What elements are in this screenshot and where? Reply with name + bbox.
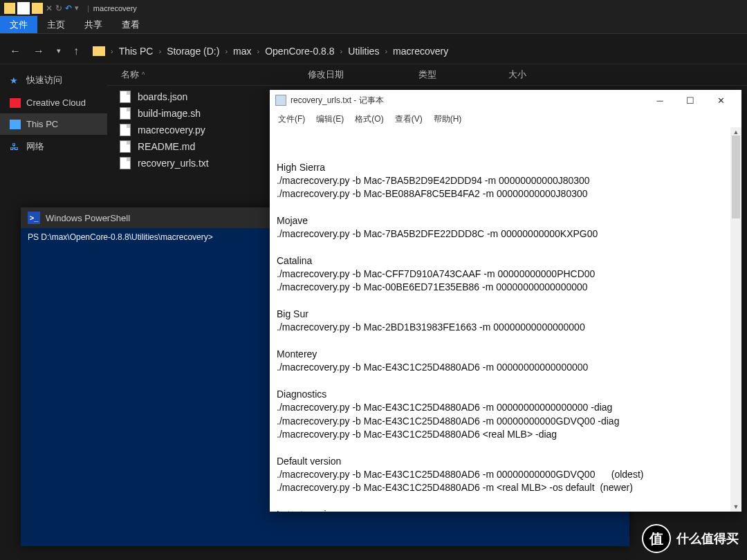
file-name: recovery_urls.txt <box>138 158 209 169</box>
sidebar-item-this-pc[interactable]: This PC <box>0 113 107 135</box>
col-size[interactable]: 大小 <box>508 68 578 81</box>
powershell-title: Windows PowerShell <box>46 213 130 223</box>
minimize-button[interactable]: ─ <box>645 91 675 110</box>
col-modified[interactable]: 修改日期 <box>308 68 418 81</box>
nav-bar: ← → ▾ ↑ › This PC › Storage (D:) › max ›… <box>0 38 747 64</box>
tab-share[interactable]: 共享 <box>75 16 112 33</box>
notepad-window[interactable]: recovery_urls.txt - 记事本 ─ ☐ ✕ 文件(F) 编辑(E… <box>270 90 741 512</box>
dropdown-icon[interactable]: ▾ <box>75 3 79 12</box>
sidebar-item-label: 网络 <box>26 140 44 153</box>
logo-circle: 值 <box>642 524 671 553</box>
folder-icon[interactable] <box>32 3 43 14</box>
crumb-opencore[interactable]: OpenCore-0.8.8 <box>262 44 337 58</box>
window-buttons: ─ ☐ ✕ <box>645 91 736 110</box>
sidebar-item-network[interactable]: 🖧网络 <box>0 135 107 158</box>
notepad-titlebar[interactable]: recovery_urls.txt - 记事本 ─ ☐ ✕ <box>270 90 741 111</box>
crumb-max[interactable]: max <box>230 44 254 58</box>
breadcrumb[interactable]: › This PC › Storage (D:) › max › OpenCor… <box>89 43 455 59</box>
undo-icon[interactable]: ↶ <box>65 3 72 13</box>
file-name: build-image.sh <box>138 108 201 119</box>
ribbon-tabs: 文件 主页 共享 查看 <box>0 16 747 34</box>
file-icon <box>120 91 131 103</box>
quick-access-toolbar: ✕ ↻ ↶ ▾ <box>0 3 83 14</box>
file-icon <box>120 157 131 169</box>
chevron-right-icon[interactable]: › <box>225 47 228 55</box>
tab-file[interactable]: 文件 <box>0 16 37 33</box>
menu-view[interactable]: 查看(V) <box>391 112 427 127</box>
network-icon: 🖧 <box>10 142 21 151</box>
menu-file[interactable]: 文件(F) <box>274 112 309 127</box>
col-type[interactable]: 类型 <box>418 68 508 81</box>
vertical-scrollbar[interactable]: ▲ ▼ <box>730 127 741 512</box>
column-headers: 名称 ^ 修改日期 类型 大小 <box>107 64 747 86</box>
tab-home[interactable]: 主页 <box>37 16 75 33</box>
col-name[interactable]: 名称 ^ <box>114 68 308 81</box>
scrollbar-thumb[interactable] <box>732 136 740 218</box>
file-icon <box>120 124 131 136</box>
up-button[interactable]: ↑ <box>71 44 82 59</box>
titlebar: ✕ ↻ ↶ ▾ | macrecovery <box>0 0 747 16</box>
crumb-macrecovery[interactable]: macrecovery <box>390 44 451 58</box>
sidebar-item-label: Creative Cloud <box>26 97 86 108</box>
chevron-right-icon[interactable]: › <box>111 47 113 55</box>
crumb-storage[interactable]: Storage (D:) <box>164 44 222 58</box>
chevron-right-icon[interactable]: › <box>340 47 343 55</box>
folder-icon[interactable] <box>4 3 15 14</box>
pc-icon <box>10 120 21 129</box>
crumb-utilities[interactable]: Utilities <box>345 44 382 58</box>
window-title: macrecovery <box>93 4 137 12</box>
file-name: macrecovery.py <box>138 124 205 136</box>
logo-text: 什么值得买 <box>676 530 739 547</box>
menu-help[interactable]: 帮助(H) <box>430 112 466 127</box>
powershell-icon: >_ <box>28 212 40 224</box>
file-name: boards.json <box>138 91 187 102</box>
notepad-title: recovery_urls.txt - 记事本 <box>290 95 384 106</box>
back-button[interactable]: ← <box>7 44 24 59</box>
selected-folder-icon[interactable] <box>18 3 29 14</box>
chevron-right-icon[interactable]: › <box>385 47 387 55</box>
sidebar-item-label: 快速访问 <box>26 74 62 86</box>
folder-icon <box>93 46 105 56</box>
crumb-this-pc[interactable]: This PC <box>116 44 156 58</box>
creative-cloud-icon <box>10 98 21 108</box>
notepad-body[interactable]: High Sierra ./macrecovery.py -b Mac-7BA5… <box>270 127 741 512</box>
scroll-down-icon[interactable]: ▼ <box>730 502 741 512</box>
watermark-logo: 值 什么值得买 <box>642 524 739 553</box>
sidebar-item-creative-cloud[interactable]: Creative Cloud <box>0 92 107 113</box>
refresh-icon[interactable]: ↻ <box>55 3 62 13</box>
notepad-content: High Sierra ./macrecovery.py -b Mac-7BA5… <box>277 161 735 512</box>
history-dropdown[interactable]: ▾ <box>54 45 64 57</box>
powershell-prompt: PS D:\max\OpenCore-0.8.8\Utilities\macre… <box>28 232 213 242</box>
tab-view[interactable]: 查看 <box>112 16 149 33</box>
file-icon <box>120 140 131 153</box>
notepad-menu: 文件(F) 编辑(E) 格式(O) 查看(V) 帮助(H) <box>270 111 741 127</box>
file-icon <box>120 107 131 120</box>
file-name: README.md <box>138 141 195 152</box>
sidebar-item-quick-access[interactable]: ★快速访问 <box>0 68 107 92</box>
close-button[interactable]: ✕ <box>706 91 736 110</box>
star-icon: ★ <box>10 75 21 85</box>
close-icon[interactable]: ✕ <box>46 3 53 13</box>
menu-edit[interactable]: 编辑(E) <box>312 112 348 127</box>
maximize-button[interactable]: ☐ <box>675 91 706 110</box>
menu-format[interactable]: 格式(O) <box>351 112 387 127</box>
chevron-right-icon[interactable]: › <box>158 47 161 55</box>
chevron-right-icon[interactable]: › <box>257 47 260 55</box>
sidebar-item-label: This PC <box>26 119 58 129</box>
forward-button[interactable]: → <box>30 44 47 59</box>
notepad-icon <box>275 95 286 106</box>
separator: | <box>87 4 89 12</box>
